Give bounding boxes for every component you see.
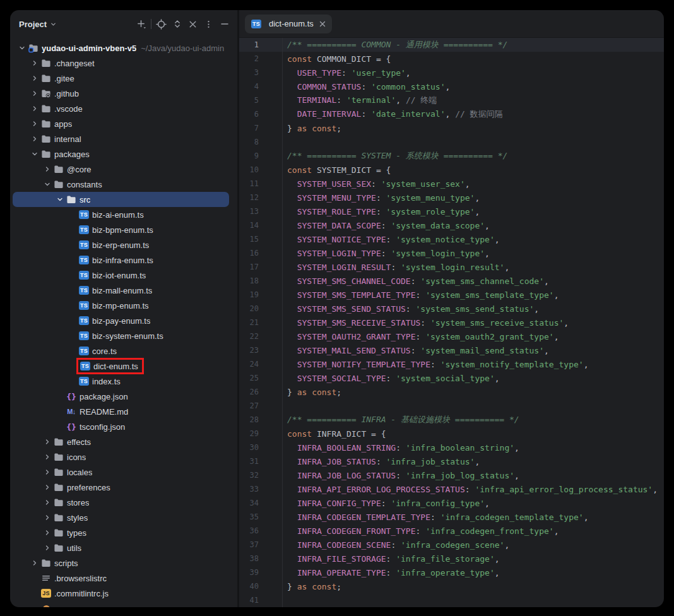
tree-item-browserslistrc[interactable]: .browserslistrc	[10, 571, 237, 586]
code-line-19[interactable]: 19 SYSTEM_SMS_TEMPLATE_TYPE: 'system_sms…	[239, 288, 664, 302]
expand-all-icon[interactable]	[169, 16, 185, 32]
tree-item-biz-iot-enum.ts[interactable]: TSbiz-iot-enum.ts	[10, 268, 237, 283]
code-line-5[interactable]: 5 TERMINAL: 'terminal', // 终端	[239, 93, 664, 107]
tree-item-index.ts[interactable]: TSindex.ts	[10, 374, 237, 389]
tree-item-scripts[interactable]: scripts	[10, 555, 237, 571]
tree-item-utils[interactable]: utils	[10, 540, 237, 555]
code-line-28[interactable]: 28/** ========== INFRA - 基础设施模块 ========…	[239, 413, 664, 427]
code-line-37[interactable]: 37 INFRA_CODEGEN_SCENE: 'infra_codegen_s…	[239, 538, 664, 552]
code-line-36[interactable]: 36 INFRA_CODEGEN_FRONT_TYPE: 'infra_code…	[239, 524, 664, 538]
tree-item-constants[interactable]: constants	[10, 177, 237, 192]
more-options-icon[interactable]	[201, 16, 216, 32]
tree-item-effects[interactable]: effects	[10, 434, 237, 449]
chevron-down-icon[interactable]	[42, 179, 52, 189]
chevron-right-icon[interactable]	[42, 164, 52, 174]
code-line-27[interactable]: 27	[239, 399, 664, 413]
code-line-29[interactable]: 29const INFRA_DICT = {	[239, 427, 664, 441]
code-line-6[interactable]: 6 DATE_INTERVAL: 'date_interval', // 数据间…	[239, 107, 664, 121]
code-line-9[interactable]: 9/** ========== SYSTEM - 系统模块 ==========…	[239, 149, 664, 163]
code-line-14[interactable]: 14 SYSTEM_DATA_SCOPE: 'system_data_scope…	[239, 218, 664, 232]
chevron-right-icon[interactable]	[30, 58, 40, 68]
chevron-right-icon[interactable]	[30, 73, 40, 83]
code-line-32[interactable]: 32 INFRA_JOB_LOG_STATUS: 'infra_job_log_…	[239, 468, 664, 482]
tree-item-src[interactable]: src	[10, 192, 237, 207]
code-line-31[interactable]: 31 INFRA_JOB_STATUS: 'infra_job_status',	[239, 454, 664, 468]
collapse-all-icon[interactable]	[185, 16, 201, 32]
code-line-38[interactable]: 38 INFRA_FILE_STORAGE: 'infra_file_stora…	[239, 552, 664, 566]
tree-item-icons[interactable]: icons	[10, 449, 237, 465]
locate-icon[interactable]	[153, 16, 169, 32]
chevron-right-icon[interactable]	[42, 497, 52, 507]
tree-item-partial[interactable]	[10, 601, 237, 607]
chevron-right-icon[interactable]	[42, 452, 52, 462]
code-line-16[interactable]: 16 SYSTEM_LOGIN_TYPE: 'system_login_type…	[239, 246, 664, 260]
project-dropdown[interactable]: Project	[19, 20, 57, 29]
code-line-18[interactable]: 18 SYSTEM_SMS_CHANNEL_CODE: 'system_sms_…	[239, 274, 664, 288]
code-line-17[interactable]: 17 SYSTEM_LOGIN_RESULT: 'system_login_re…	[239, 260, 664, 274]
tree-item-core.ts[interactable]: TScore.ts	[10, 343, 237, 358]
tree-item-commitlintrc.js[interactable]: JS.commitlintrc.js	[10, 586, 237, 601]
tree-item-biz-ai-enum.ts[interactable]: TSbiz-ai-enum.ts	[10, 207, 237, 222]
tree-item-biz-system-enum.ts[interactable]: TSbiz-system-enum.ts	[10, 328, 237, 343]
tree-item-biz-infra-enum.ts[interactable]: TSbiz-infra-enum.ts	[10, 252, 237, 268]
tree-item-@core[interactable]: @core	[10, 162, 237, 177]
chevron-right-icon[interactable]	[42, 512, 52, 523]
project-tree[interactable]: yudao-ui-admin-vben-v5~/Java/yudao-ui-ad…	[10, 38, 237, 607]
tree-item-package.json[interactable]: {}package.json	[10, 389, 237, 404]
chevron-down-icon[interactable]	[30, 149, 40, 159]
code-line-20[interactable]: 20 SYSTEM_SMS_SEND_STATUS: 'system_sms_s…	[239, 302, 664, 316]
code-line-12[interactable]: 12 SYSTEM_MENU_TYPE: 'system_menu_type',	[239, 191, 664, 204]
chevron-right-icon[interactable]	[42, 437, 52, 447]
tree-item-biz-erp-enum.ts[interactable]: TSbiz-erp-enum.ts	[10, 237, 237, 252]
chevron-right-icon[interactable]	[30, 134, 40, 144]
code-line-4[interactable]: 4 COMMON_STATUS: 'common_status',	[239, 80, 664, 93]
code-line-3[interactable]: 3 USER_TYPE: 'user_type',	[239, 66, 664, 80]
code-line-30[interactable]: 30 INFRA_BOOLEAN_STRING: 'infra_boolean_…	[239, 441, 664, 454]
chevron-right-icon[interactable]	[42, 482, 52, 492]
code-line-7[interactable]: 7} as const;	[239, 121, 664, 135]
chevron-right-icon[interactable]	[30, 88, 40, 98]
code-line-40[interactable]: 40} as const;	[239, 579, 664, 593]
code-line-34[interactable]: 34 INFRA_CONFIG_TYPE: 'infra_config_type…	[239, 496, 664, 510]
tree-item-tsconfig.json[interactable]: {}tsconfig.json	[10, 419, 237, 434]
chevron-down-icon[interactable]	[55, 194, 65, 204]
code-line-39[interactable]: 39 INFRA_OPERATE_TYPE: 'infra_operate_ty…	[239, 566, 664, 579]
code-line-35[interactable]: 35 INFRA_CODEGEN_TEMPLATE_TYPE: 'infra_c…	[239, 510, 664, 524]
chevron-right-icon[interactable]	[42, 467, 52, 477]
chevron-down-icon[interactable]	[17, 43, 27, 53]
tree-item-readme.md[interactable]: M↓README.md	[10, 404, 237, 419]
tree-item-biz-mall-enum.ts[interactable]: TSbiz-mall-enum.ts	[10, 283, 237, 298]
tree-item-github[interactable]: .github	[10, 86, 237, 101]
tree-item-packages[interactable]: packages	[10, 146, 237, 162]
code-line-23[interactable]: 23 SYSTEM_MAIL_SEND_STATUS: 'system_mail…	[239, 343, 664, 357]
tree-item-dict-enum.ts[interactable]: TSdict-enum.ts	[10, 358, 237, 374]
code-line-41[interactable]: 41	[239, 593, 664, 607]
code-line-21[interactable]: 21 SYSTEM_SMS_RECEIVE_STATUS: 'system_sm…	[239, 316, 664, 329]
code-line-10[interactable]: 10const SYSTEM_DICT = {	[239, 163, 664, 177]
code-line-8[interactable]: 8	[239, 135, 664, 149]
hide-panel-icon[interactable]	[216, 16, 232, 32]
code-line-33[interactable]: 33 INFRA_API_ERROR_LOG_PROCESS_STATUS: '…	[239, 482, 664, 496]
tree-item-apps[interactable]: apps	[10, 116, 237, 131]
code-line-22[interactable]: 22 SYSTEM_OAUTH2_GRANT_TYPE: 'system_oau…	[239, 329, 664, 343]
chevron-right-icon[interactable]	[42, 543, 52, 553]
editor-tab-dict-enum[interactable]: TS dict-enum.ts	[245, 15, 332, 33]
code-line-1[interactable]: 1/** ========== COMMON - 通用模块 ==========…	[239, 38, 664, 52]
code-editor[interactable]: 1/** ========== COMMON - 通用模块 ==========…	[239, 38, 664, 607]
tree-item-stores[interactable]: stores	[10, 495, 237, 510]
tree-item-styles[interactable]: styles	[10, 510, 237, 525]
tree-item-preferences[interactable]: preferences	[10, 480, 237, 495]
tree-item-yudao-ui-admin-vben-v5[interactable]: yudao-ui-admin-vben-v5~/Java/yudao-ui-ad…	[10, 40, 237, 56]
add-icon[interactable]	[133, 16, 149, 32]
close-icon[interactable]	[319, 21, 326, 27]
chevron-right-icon[interactable]	[42, 528, 52, 538]
code-line-13[interactable]: 13 SYSTEM_ROLE_TYPE: 'system_role_type',	[239, 204, 664, 218]
chevron-right-icon[interactable]	[30, 119, 40, 129]
tree-item-gitee[interactable]: .gitee	[10, 71, 237, 86]
tree-item-types[interactable]: types	[10, 525, 237, 540]
chevron-right-icon[interactable]	[30, 104, 40, 114]
tree-item-biz-mp-enum.ts[interactable]: TSbiz-mp-enum.ts	[10, 298, 237, 313]
tree-item-biz-pay-enum.ts[interactable]: TSbiz-pay-enum.ts	[10, 313, 237, 328]
code-line-25[interactable]: 25 SYSTEM_SOCIAL_TYPE: 'system_social_ty…	[239, 371, 664, 385]
code-line-15[interactable]: 15 SYSTEM_NOTICE_TYPE: 'system_notice_ty…	[239, 232, 664, 246]
